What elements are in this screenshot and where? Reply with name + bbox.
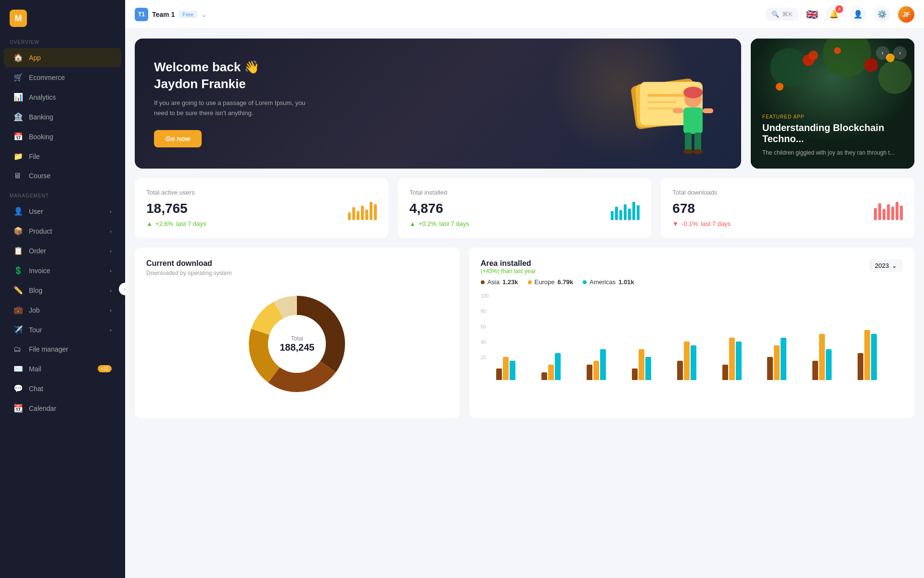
donut-chart: Total 188,245 [239,286,355,402]
y-axis-label: 60 [481,324,489,329]
sidebar-item-job[interactable]: 💼 Job › [4,301,121,319]
management-section-label: MANAGEMENT [0,185,125,201]
featured-label: FEATURED APP [762,114,903,119]
stat-mini-chart [874,201,903,220]
bar-europe [819,334,825,380]
team-selector[interactable]: T1 Team 1 Free ⌄ [135,8,207,21]
featured-next-button[interactable]: › [893,46,907,60]
bar-asia [858,353,863,380]
search-icon: 🔍 [771,11,779,18]
legend-item-americas: Americas 1.01k [583,278,634,286]
chevron-icon: › [110,288,112,293]
avatar[interactable]: JF [898,6,914,23]
legend-item-asia: Asia 1.23k [481,278,518,286]
legend-item-europe: Europe 6.79k [528,278,573,286]
featured-prev-button[interactable]: ‹ [876,46,889,60]
go-now-button[interactable]: Go now [154,130,202,147]
svg-rect-10 [703,108,713,113]
donut-total-value: 188,245 [280,342,314,353]
stat-card-active-users: Total active users 18,765 ▲ +2.6% last 7… [135,178,388,238]
search-button[interactable]: 🔍 ⌘K [766,8,798,21]
sidebar-item-analytics[interactable]: 📊 Analytics [4,88,121,106]
mini-bar-segment [619,210,622,220]
bar-group [632,349,673,380]
mini-bar-segment [900,206,903,220]
featured-description: The children giggled with joy as they ra… [762,148,903,157]
stat-mini-chart [611,201,640,220]
area-title: Area installed [481,259,536,268]
sidebar-item-mail[interactable]: ✉️ Mail +32 [4,359,121,378]
y-axis-label: 80 [481,309,489,314]
sidebar-item-banking[interactable]: 🏦 Banking [4,107,121,126]
bar-europe [774,345,780,380]
bar-europe [729,338,735,380]
sidebar-item-app[interactable]: 🏠 App [4,48,121,67]
chevron-icon: › [110,209,112,214]
sidebar-item-product[interactable]: 📦 Product › [4,222,121,240]
language-selector[interactable]: 🇬🇧 [806,9,818,20]
sidebar-item-user[interactable]: 👤 User › [4,202,121,221]
sidebar-item-order[interactable]: 📋 Order › [4,241,121,260]
download-card: Current download Downloaded by operating… [135,248,460,418]
sidebar-item-ecommerce[interactable]: 🛒 Ecommerce [4,68,121,87]
bar-americas [781,338,786,380]
sidebar-item-tour[interactable]: ✈️ Tour › [4,320,121,339]
sidebar-item-file-manager[interactable]: 🗂 File manager [4,340,121,358]
settings-button[interactable]: ⚙️ [874,6,890,23]
bar-europe [548,365,554,380]
legend-label-europe: Europe [535,278,555,286]
area-subtitle: (+43%) than last year [481,268,536,275]
year-selector[interactable]: 2023 ⌄ [869,259,903,272]
bar-europe [639,349,644,380]
mini-bar-segment [611,211,614,220]
bar-chart-area: 10080604020 [481,293,903,380]
overview-section-label: OVERVIEW [0,32,125,48]
sidebar-item-file[interactable]: 📁 File [4,147,121,166]
year-chevron-icon: ⌄ [892,262,897,269]
sidebar-item-booking[interactable]: 📅 Booking [4,127,121,146]
chevron-icon: › [110,268,112,274]
stat-label: Total active users [146,189,377,196]
user-icon: 👤 [13,207,23,216]
mini-bar-segment [874,208,877,220]
legend-dot-europe [528,280,532,284]
notifications-button[interactable]: 🔔 4 [826,6,842,23]
search-shortcut: ⌘K [782,11,793,18]
course-icon: 🖥 [13,171,23,180]
bottom-row: Current download Downloaded by operating… [135,248,914,418]
donut-total-label: Total [280,335,314,342]
stat-change-value: +0.2% [419,220,436,227]
chart-y-axis: 10080604020 [481,293,489,370]
bar-group [812,334,854,380]
sidebar-item-invoice[interactable]: 💲 Invoice › [4,261,121,280]
sidebar-item-course[interactable]: 🖥 Course [4,167,121,185]
chat-icon: 💬 [13,384,23,393]
bar-asia [496,368,502,380]
user-profile-button[interactable]: 👤 [850,6,866,23]
sidebar-item-label: Banking [29,113,53,121]
analytics-icon: 📊 [13,92,23,102]
stat-change-label: last 7 days [176,220,206,227]
sidebar: M OVERVIEW 🏠 App 🛒 Ecommerce 📊 Analytics… [0,0,125,578]
svg-rect-3 [647,94,686,97]
top-banners: Welcome back 👋 Jaydon Frankie If you are… [135,39,914,169]
sidebar-item-blog[interactable]: ✏️ Blog › [4,281,121,300]
sidebar-item-label: Analytics [29,93,56,101]
mini-bar-segment [615,207,618,221]
welcome-description: If you are going to use a passage of Lor… [154,98,318,118]
sidebar-item-chat[interactable]: 💬 Chat [4,379,121,398]
sidebar-item-label: App [29,54,41,62]
y-axis-label: 20 [481,355,489,360]
team-avatar: T1 [135,8,148,21]
stat-change-value: -0.1% [681,220,698,227]
mini-bar-segment [883,209,886,220]
stat-value: 678 [672,201,731,216]
content-area: Welcome back 👋 Jaydon Frankie If you are… [125,29,924,578]
tour-icon: ✈️ [13,325,23,334]
sidebar-item-calendar[interactable]: 📆 Calendar [4,399,121,418]
svg-point-13 [683,149,693,154]
bar-group [722,338,764,380]
sidebar-item-label: Ecommerce [29,74,65,81]
year-value: 2023 [875,262,889,269]
stat-change: ▲ +0.2% last 7 days [410,220,469,227]
